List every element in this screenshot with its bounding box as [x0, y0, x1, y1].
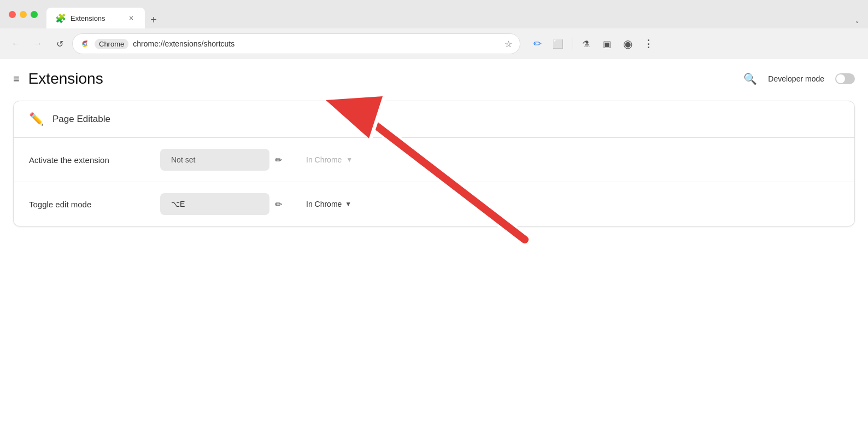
shortcut-row-toggle: Toggle edit mode ⌥E ✏ In Chrome ▼ — [14, 182, 854, 226]
tab-close-button[interactable]: × — [126, 13, 136, 23]
page-area: ≡ Extensions 🔍 Developer mode ✏️ Page Ed… — [0, 59, 868, 430]
toggle-scope-select[interactable]: In Chrome ▼ — [306, 200, 351, 208]
sidebar-icon[interactable]: ▣ — [597, 34, 616, 53]
chrome-label: Chrome — [95, 39, 128, 49]
developer-mode-label: Developer mode — [768, 74, 824, 83]
bookmark-icon[interactable]: ☆ — [505, 39, 512, 49]
reload-button[interactable]: ↺ — [50, 34, 69, 53]
activate-dropdown-arrow-icon: ▼ — [346, 156, 353, 164]
header-right: 🔍 Developer mode — [743, 72, 855, 85]
minimize-button[interactable] — [20, 11, 27, 18]
toggle-edit-icon[interactable]: ✏ — [275, 199, 282, 210]
developer-mode-toggle[interactable] — [835, 73, 855, 84]
nav-bar: ← → ↺ Chrome chrome://extensions/shortcu… — [0, 28, 868, 59]
activate-shortcut-field[interactable]: Not set — [160, 149, 269, 171]
url-display: chrome://extensions/shortcuts — [133, 39, 500, 48]
window-dropdown-button[interactable]: ˅ — [855, 20, 859, 28]
forward-button[interactable]: → — [28, 34, 47, 53]
menu-icon[interactable]: ⋮ — [639, 34, 658, 53]
tab-extension-icon: 🧩 — [55, 13, 66, 24]
clipboard-icon[interactable]: ⬜ — [549, 34, 567, 53]
new-tab-button[interactable]: + — [145, 11, 162, 28]
page-title: Extensions — [28, 70, 103, 88]
activate-edit-icon[interactable]: ✏ — [275, 155, 282, 165]
nav-right-icons: ✏ ⬜ ⚗ ▣ ◉ ⋮ — [528, 34, 658, 53]
address-bar[interactable]: Chrome chrome://extensions/shortcuts ☆ — [72, 33, 520, 54]
back-button[interactable]: ← — [7, 34, 25, 53]
card-header: ✏️ Page Editable — [14, 101, 854, 138]
pencil-icon[interactable]: ✏ — [528, 34, 547, 53]
flask-icon[interactable]: ⚗ — [577, 34, 595, 53]
chrome-logo-icon — [80, 39, 90, 49]
tab-bar: 🧩 Extensions × + ˅ — [46, 0, 859, 28]
extensions-header: ≡ Extensions 🔍 Developer mode — [0, 59, 868, 96]
tab-bar-right: ˅ — [855, 20, 859, 28]
profile-icon[interactable]: ◉ — [618, 34, 637, 53]
extension-name: Page Editable — [52, 114, 110, 125]
activate-scope-label: In Chrome — [306, 155, 342, 164]
extension-card: ✏️ Page Editable Activate the extension … — [13, 101, 855, 226]
title-bar: 🧩 Extensions × + ˅ — [0, 0, 868, 28]
search-icon[interactable]: 🔍 — [743, 72, 757, 85]
extension-icon: ✏️ — [29, 112, 44, 126]
tab-label: Extensions — [71, 14, 105, 22]
sidebar-toggle-icon[interactable]: ≡ — [13, 73, 20, 85]
toggle-dropdown-arrow-icon: ▼ — [345, 200, 351, 208]
active-tab[interactable]: 🧩 Extensions × — [46, 8, 145, 28]
activate-scope-dropdown[interactable]: In Chrome ▼ — [306, 155, 404, 164]
shortcut-row-activate: Activate the extension Not set ✏ In Chro… — [14, 138, 854, 182]
toggle-scope-dropdown[interactable]: In Chrome ▼ — [306, 200, 404, 208]
activate-label: Activate the extension — [29, 155, 149, 165]
toggle-label: Toggle edit mode — [29, 200, 149, 209]
shortcut-input-wrap-toggle: ⌥E ✏ — [160, 193, 282, 215]
toggle-shortcut-field[interactable]: ⌥E — [160, 193, 269, 215]
close-button[interactable] — [9, 11, 16, 18]
nav-divider — [572, 37, 572, 50]
traffic-lights — [9, 11, 38, 18]
fullscreen-button[interactable] — [31, 11, 38, 18]
shortcut-input-wrap-activate: Not set ✏ — [160, 149, 282, 171]
toggle-scope-label: In Chrome — [306, 200, 342, 208]
svg-point-2 — [84, 43, 86, 45]
